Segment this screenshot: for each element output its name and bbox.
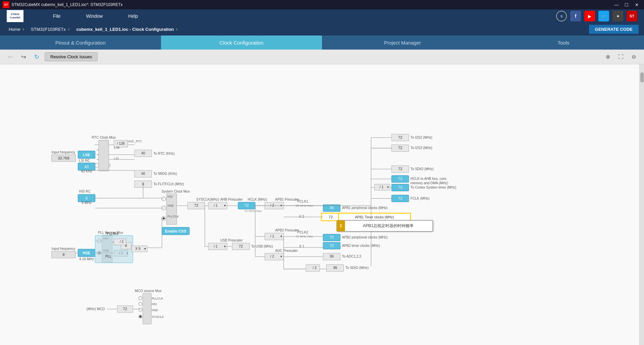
svg-text:32.768: 32.768 (58, 156, 69, 160)
toolbar: ↩ ↪ ↻ Resolve Clock Issues ⊕ ⛶ ⊖ (0, 50, 644, 64)
svg-text:/ 2: / 2 (313, 266, 317, 270)
svg-text:HCLK (MHz): HCLK (MHz) (248, 198, 267, 201)
maximize-button[interactable]: ☐ (622, 0, 631, 9)
svg-text:APB2 peripheral clocks (MHz): APB2 peripheral clocks (MHz) (342, 235, 387, 239)
resolve-clock-button[interactable]: Resolve Clock Issues (45, 52, 98, 61)
menubar: STM32CubeMX File Window Help ① f ▶ 🐦 ✦ S… (0, 9, 644, 23)
svg-text:MCO source Mux: MCO source Mux (135, 289, 161, 293)
svg-text:FCLK (MHz): FCLK (MHz) (411, 197, 430, 200)
breadcrumb-home[interactable]: Home › (5, 25, 28, 33)
svg-text:8 MHz: 8 MHz (82, 201, 91, 205)
undo-button[interactable]: ↩ (5, 52, 16, 62)
svg-text:APB1 Prescaler: APB1 Prescaler (275, 198, 300, 201)
community-icon[interactable]: ① (556, 11, 567, 21)
svg-text:36: 36 (333, 266, 337, 270)
svg-text:72: 72 (398, 167, 402, 171)
facebook-icon[interactable]: f (570, 11, 581, 21)
app-logo: STM32CubeMX (7, 10, 23, 22)
svg-text:40: 40 (85, 165, 89, 169)
scrollbar-right[interactable] (639, 64, 644, 345)
svg-text:HSI RC: HSI RC (79, 190, 91, 193)
app-icon: ST (3, 1, 9, 8)
svg-text:HSI: HSI (152, 302, 157, 306)
svg-text:To FLITFCLK (MHz): To FLITFCLK (MHz) (153, 182, 184, 186)
svg-text:72: 72 (330, 244, 334, 248)
svg-text:72: 72 (123, 307, 127, 311)
svg-text:36: 36 (330, 206, 334, 210)
svg-text:System Clock Mux: System Clock Mux (162, 190, 190, 193)
svg-text:To Cortex System timer (MHz): To Cortex System timer (MHz) (411, 186, 457, 189)
svg-text:40: 40 (141, 172, 145, 176)
svg-text:/ 1: / 1 (380, 185, 384, 189)
svg-text:72 MHz max: 72 MHz max (244, 209, 262, 213)
tab-tools[interactable]: Tools (483, 36, 644, 50)
svg-text:40: 40 (141, 151, 145, 155)
svg-text:▾: ▾ (144, 247, 146, 251)
svg-text:To IWDG (KHz): To IWDG (KHz) (153, 172, 177, 176)
svg-text:memory and DMA (MHz): memory and DMA (MHz) (411, 181, 448, 185)
svg-text:USB Prescaler: USB Prescaler (220, 238, 243, 242)
zoom-in-button[interactable]: ⊕ (603, 52, 613, 61)
svg-text:72: 72 (398, 135, 402, 139)
svg-text:/ 1: / 1 (214, 245, 218, 248)
svg-text:72: 72 (194, 203, 199, 207)
svg-text:8: 8 (62, 253, 64, 257)
svg-text:72: 72 (245, 203, 249, 207)
svg-text:PCLK2: PCLK2 (298, 230, 309, 234)
svg-text:SYSCLK(MHz): SYSCLK(MHz) (196, 198, 219, 201)
svg-text:HSI: HSI (167, 195, 172, 198)
svg-rect-0 (45, 64, 594, 345)
zoom-out-button[interactable]: ⊖ (629, 52, 639, 61)
window-title: STM32CubeMX cubemx_keil_1_LED1.ioc*: STM… (11, 2, 122, 7)
svg-rect-203 (143, 293, 152, 324)
svg-text:PLLCLK: PLLCLK (167, 215, 179, 218)
close-button[interactable]: ✕ (632, 0, 641, 9)
breadcrumb-device[interactable]: STM32F103RETx › (28, 25, 73, 33)
svg-text:To SDIO (MHz): To SDIO (MHz) (411, 167, 434, 171)
svg-text:ADC Prescaler: ADC Prescaler (275, 249, 298, 253)
menu-help[interactable]: Help (125, 12, 141, 20)
svg-text:APB1总线定时器的时钟频率: APB1总线定时器的时钟频率 (363, 223, 414, 228)
svg-text:HCLK to AHB bus, core,: HCLK to AHB bus, core, (411, 177, 447, 181)
scroll-thumb[interactable] (640, 72, 644, 82)
svg-text:▾: ▾ (280, 255, 282, 258)
clock-diagram-area[interactable]: Input frequency 32.768 LSE LSI RC 40 40 … (0, 64, 639, 345)
svg-text:Enable CSS: Enable CSS (165, 229, 186, 233)
menu-file[interactable]: File (50, 12, 63, 20)
svg-text:HSE: HSE (152, 308, 158, 312)
svg-text:LSE: LSE (83, 153, 90, 157)
svg-text:72: 72 (398, 196, 402, 200)
breadcrumb-file[interactable]: cubemx_keil_1_LED1.ioc - Clock Configura… (73, 25, 181, 33)
svg-text:1: 1 (340, 223, 342, 228)
svg-text:/ 128: / 128 (117, 142, 125, 145)
youtube-icon[interactable]: ▶ (584, 11, 595, 21)
svg-text:HSE_RTC: HSE_RTC (128, 140, 142, 143)
svg-text:LSI RC: LSI RC (79, 159, 90, 162)
st-logo[interactable]: ST (627, 11, 637, 21)
svg-text:APB1 Timer clocks (MHz): APB1 Timer clocks (MHz) (355, 215, 394, 219)
svg-text:72: 72 (239, 244, 243, 248)
fullscreen-button[interactable]: ⛶ (615, 53, 626, 61)
svg-text:To ADC1,2,3: To ADC1,2,3 (342, 255, 361, 258)
menu-window[interactable]: Window (84, 12, 106, 20)
svg-text:4-16 MHz: 4-16 MHz (79, 257, 94, 261)
redo-button[interactable]: ↪ (18, 52, 29, 62)
tab-pinout[interactable]: Pinout & Configuration (0, 36, 161, 50)
svg-text:X 9: X 9 (135, 247, 141, 251)
twitter-icon[interactable]: 🐦 (598, 11, 609, 21)
main-area: Input frequency 32.768 LSE LSI RC 40 40 … (0, 64, 644, 345)
svg-text:To I2S2 (MHz): To I2S2 (MHz) (411, 136, 432, 139)
svg-text:RTC Clock Mux: RTC Clock Mux (92, 136, 116, 139)
svg-text:72: 72 (398, 185, 402, 189)
svg-text:PCLK1: PCLK1 (298, 200, 309, 203)
minimize-button[interactable]: — (612, 0, 621, 9)
svg-text:▾: ▾ (280, 234, 282, 238)
svg-text:HSE: HSE (83, 251, 91, 255)
svg-text:▾: ▾ (224, 204, 226, 207)
tab-clock[interactable]: Clock Configuration (161, 36, 322, 50)
generate-code-button[interactable]: GENERATE CODE (589, 25, 639, 34)
svg-rect-13 (99, 140, 109, 171)
network-icon[interactable]: ✦ (612, 11, 623, 21)
refresh-button[interactable]: ↻ (32, 52, 42, 62)
tab-project[interactable]: Project Manager (322, 36, 483, 50)
